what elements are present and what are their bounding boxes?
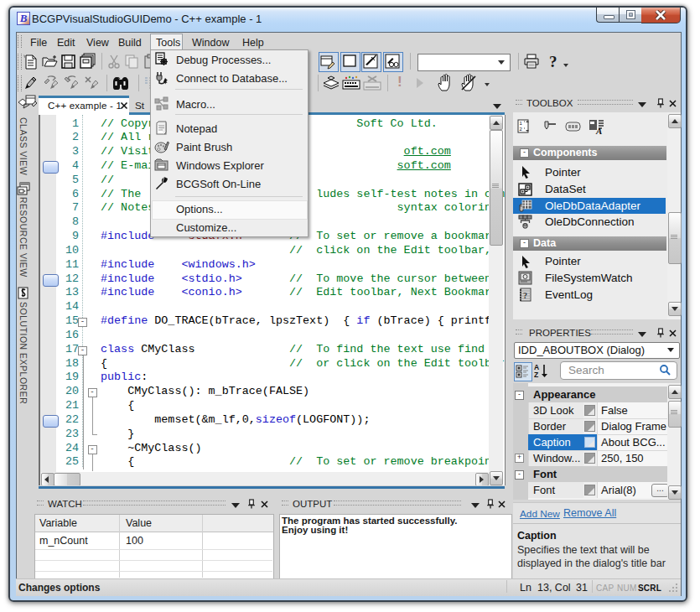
svg-text:Z: Z <box>534 371 538 379</box>
svg-text:?: ? <box>523 291 527 300</box>
svg-text:A: A <box>595 126 602 135</box>
